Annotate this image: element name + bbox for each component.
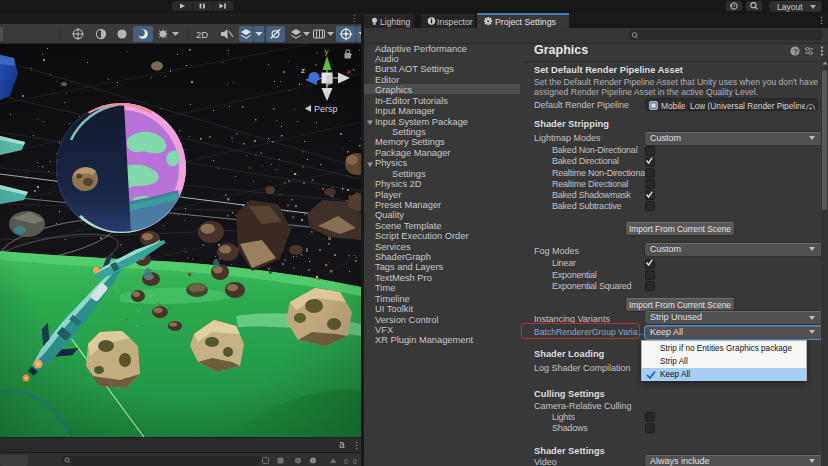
- svg-text:2D: 2D: [196, 29, 208, 40]
- svg-text:0: 0: [353, 458, 357, 465]
- svg-text:z: z: [301, 66, 305, 75]
- svg-text:Persp: Persp: [314, 104, 338, 114]
- svg-text:x: x: [347, 67, 351, 76]
- svg-text:0: 0: [344, 458, 348, 465]
- svg-text:y: y: [325, 47, 329, 56]
- svg-text:?: ?: [793, 47, 798, 56]
